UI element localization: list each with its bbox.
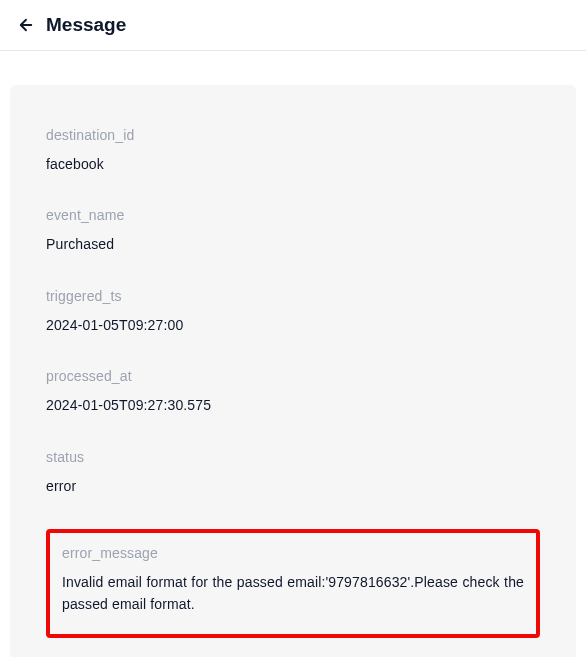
field-error-message: error_message Invalid email format for t…: [46, 529, 540, 638]
field-triggered-ts: triggered_ts 2024-01-05T09:27:00: [46, 288, 540, 336]
field-event-name: event_name Purchased: [46, 207, 540, 255]
field-value: facebook: [46, 153, 540, 175]
field-destination-id: destination_id facebook: [46, 127, 540, 175]
field-label: error_message: [62, 545, 524, 561]
field-status: status error: [46, 449, 540, 497]
arrow-left-icon: [17, 16, 35, 34]
field-label: event_name: [46, 207, 540, 223]
field-value: error: [46, 475, 540, 497]
field-label: triggered_ts: [46, 288, 540, 304]
back-button[interactable]: [16, 15, 36, 35]
page-header: Message: [0, 0, 586, 51]
field-value: Invalid email format for the passed emai…: [62, 571, 524, 616]
field-value: 2024-01-05T09:27:30.575: [46, 394, 540, 416]
field-value: 2024-01-05T09:27:00: [46, 314, 540, 336]
field-value: Purchased: [46, 233, 540, 255]
field-label: destination_id: [46, 127, 540, 143]
message-card: destination_id facebook event_name Purch…: [10, 85, 576, 657]
field-label: status: [46, 449, 540, 465]
field-processed-at: processed_at 2024-01-05T09:27:30.575: [46, 368, 540, 416]
field-label: processed_at: [46, 368, 540, 384]
content-wrapper: destination_id facebook event_name Purch…: [0, 51, 586, 657]
page-title: Message: [46, 14, 126, 36]
